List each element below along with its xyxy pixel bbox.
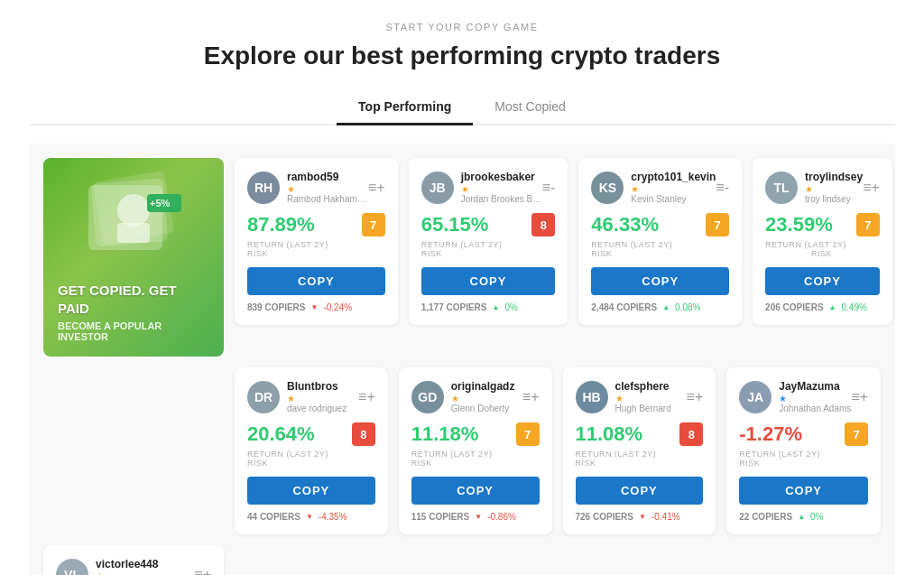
- trader-username: troylindsey: [805, 171, 863, 183]
- avatar: TL: [765, 172, 798, 204]
- copy-button[interactable]: COPY: [247, 267, 385, 295]
- trader-names: crypto101_kevin ★ Kevin Stanley: [631, 171, 716, 204]
- trader-username: rambod59: [287, 171, 368, 183]
- change-arrow: [310, 303, 318, 311]
- risk-badge: 8: [679, 422, 703, 446]
- return-label: RETURN (LAST 2Y) RISK: [765, 240, 880, 258]
- copy-button[interactable]: COPY: [591, 267, 729, 295]
- copiers-count: 115 COPIERS: [411, 512, 469, 522]
- avatar-placeholder: DR: [247, 381, 280, 413]
- star-badge: ★: [805, 184, 863, 194]
- return-value: 20.64%: [247, 422, 315, 446]
- tab-top-performing[interactable]: Top Performing: [337, 90, 473, 125]
- card-header: JA JayMazuma ★ Johnathan Adams ≡+: [739, 380, 868, 413]
- menu-icon[interactable]: ≡+: [368, 180, 385, 196]
- star-icon: ★: [96, 571, 104, 575]
- card-header: GD originalgadz ★ Glenn Doherty ≡+: [411, 380, 540, 413]
- trader-username: victorlee448: [96, 558, 158, 570]
- risk-badge: 8: [531, 213, 555, 236]
- star-badge: ★: [287, 184, 368, 194]
- risk-badge: 7: [856, 213, 880, 236]
- risk-badge: 7: [362, 213, 385, 236]
- trader-fullname: Rambod Hakhama...: [287, 194, 368, 204]
- copy-button[interactable]: COPY: [576, 477, 704, 505]
- star-badge: ★: [96, 571, 158, 575]
- copiers-count: 22 COPIERS: [739, 512, 792, 522]
- return-value: 23.59%: [765, 213, 833, 236]
- return-row: -1.27% 7: [739, 422, 868, 446]
- grid-area: +5% GET COPIED. GET PAID BECOME A POPULA…: [29, 144, 895, 575]
- return-value: 11.08%: [576, 422, 643, 446]
- star-badge: ★: [631, 184, 716, 194]
- menu-icon[interactable]: ≡-: [542, 180, 556, 196]
- trader-card-crypto101kevin: KS crypto101_kevin ★ Kevin Stanley ≡-: [578, 158, 742, 325]
- copiers-row: 2,484 COPIERS 0.08%: [591, 302, 729, 312]
- trader-username: JayMazuma: [779, 380, 851, 393]
- return-value: -1.27%: [739, 422, 802, 446]
- traders-grid-row1: +5% GET COPIED. GET PAID BECOME A POPULA…: [43, 158, 881, 357]
- menu-icon[interactable]: ≡+: [522, 389, 540, 405]
- return-value: 11.18%: [411, 422, 479, 446]
- star-icon: ★: [805, 184, 813, 194]
- return-value: 87.89%: [247, 213, 315, 236]
- return-label: RETURN (LAST 2Y) RISK: [247, 450, 375, 468]
- card-header: RH rambod59 ★ Rambod Hakhama... ≡+: [247, 171, 385, 204]
- copiers-row: 206 COPIERS 0.49%: [765, 302, 880, 312]
- menu-icon[interactable]: ≡+: [358, 389, 375, 405]
- menu-icon[interactable]: ≡+: [687, 389, 704, 405]
- return-label: RETURN (LAST 2Y) RISK: [411, 450, 540, 468]
- star-badge: ★: [779, 394, 851, 403]
- promo-text: GET COPIED. GET PAID BECOME A POPULAR IN…: [58, 282, 209, 342]
- trader-names: JayMazuma ★ Johnathan Adams: [779, 380, 851, 413]
- menu-icon[interactable]: ≡+: [863, 180, 880, 196]
- copy-button[interactable]: COPY: [421, 267, 556, 295]
- copy-button[interactable]: COPY: [411, 477, 540, 505]
- trader-fullname: Johnathan Adams: [779, 403, 851, 413]
- star-badge: ★: [451, 394, 515, 403]
- tab-bar: Top Performing Most Copied: [29, 90, 895, 125]
- card-header: DR Bluntbros ★ dave rodriguez ≡+: [247, 380, 375, 413]
- copiers-count: 44 COPIERS: [247, 512, 300, 522]
- trader-fullname: Kevin Stanley: [631, 194, 712, 204]
- return-row: 65.15% 8: [421, 213, 556, 236]
- menu-icon[interactable]: ≡+: [194, 567, 211, 575]
- tab-most-copied[interactable]: Most Copied: [473, 90, 587, 125]
- avatar: JB: [421, 172, 454, 204]
- return-row: 23.59% 7: [765, 213, 880, 236]
- return-row: 87.89% 7: [247, 213, 385, 236]
- avatar-info: JA JayMazuma ★ Johnathan Adams: [739, 380, 851, 413]
- menu-icon[interactable]: ≡-: [716, 180, 729, 196]
- change-arrow: [798, 513, 805, 521]
- change-arrow: [829, 303, 836, 311]
- copy-button[interactable]: COPY: [247, 477, 375, 505]
- risk-badge: 8: [352, 422, 375, 446]
- copy-button[interactable]: COPY: [739, 477, 868, 505]
- return-row: 11.18% 7: [411, 422, 540, 446]
- avatar-placeholder: JA: [739, 381, 772, 413]
- star-icon: ★: [461, 184, 469, 194]
- promo-card[interactable]: +5% GET COPIED. GET PAID BECOME A POPULA…: [43, 158, 224, 357]
- copiers-count: 206 COPIERS: [765, 302, 823, 312]
- card-header: JB jbrookesbaker ★ Jordan Brookes Ba... …: [421, 171, 556, 204]
- avatar-placeholder: TL: [765, 172, 798, 204]
- avatar: KS: [591, 172, 624, 204]
- avatar: RH: [247, 172, 280, 204]
- svg-rect-4: [117, 223, 150, 243]
- change-arrow: [493, 303, 500, 311]
- return-value: 46.33%: [591, 213, 659, 236]
- trader-names: troylindsey ★ troy lindsey: [805, 171, 863, 204]
- star-icon: ★: [287, 184, 295, 194]
- start-label: START YOUR COPY GAME: [29, 22, 895, 32]
- copiers-count: 839 COPIERS: [247, 302, 305, 312]
- trader-fullname: troy lindsey: [805, 194, 863, 204]
- avatar: VL: [56, 559, 88, 575]
- trader-card-rambod59: RH rambod59 ★ Rambod Hakhama... ≡+ 87.: [235, 158, 398, 325]
- svg-point-3: [117, 194, 150, 227]
- copy-button[interactable]: COPY: [765, 267, 880, 295]
- trader-fullname: Glenn Doherty: [451, 403, 515, 413]
- return-label: RETURN (LAST 2Y) RISK: [739, 450, 868, 468]
- svg-text:+5%: +5%: [150, 198, 171, 209]
- avatar-placeholder: JB: [421, 172, 454, 204]
- menu-icon[interactable]: ≡+: [851, 389, 868, 405]
- change-value: 0%: [810, 512, 823, 522]
